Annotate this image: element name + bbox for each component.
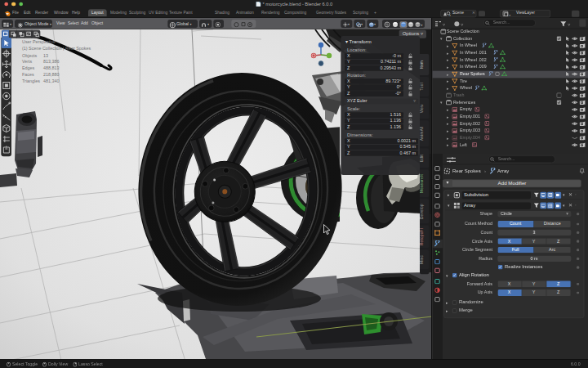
svg-text:▾: ▾: [421, 24, 423, 27]
svg-text:▿: ▿: [568, 22, 570, 27]
svg-text:▾: ▾: [449, 13, 451, 16]
svg-text:▿: ▿: [461, 22, 463, 27]
svg-text:▾: ▾: [509, 13, 510, 16]
svg-text:▿: ▿: [443, 22, 445, 27]
